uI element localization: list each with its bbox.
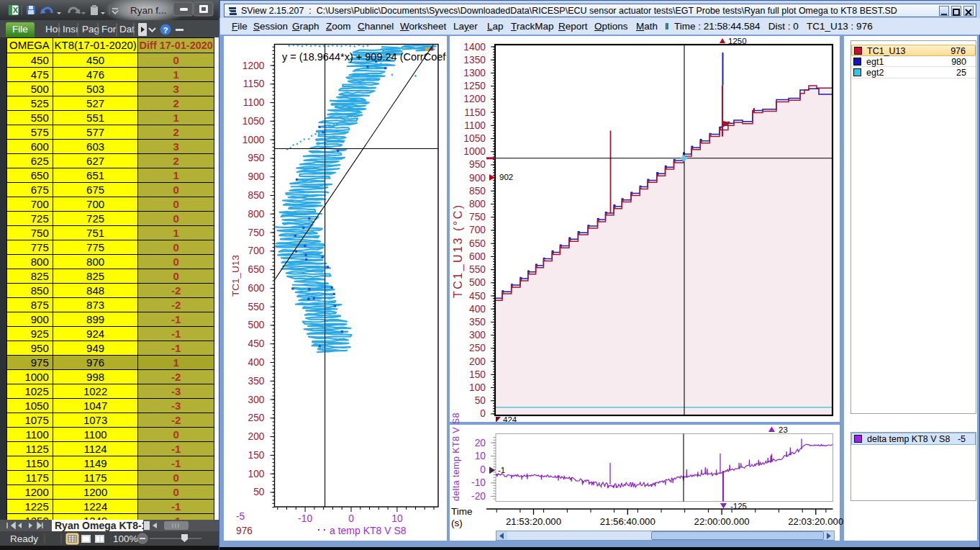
- svg-text:550: 550: [248, 302, 264, 312]
- svg-text:800: 800: [469, 199, 486, 209]
- svg-text:976: 976: [236, 526, 253, 536]
- svg-text:350: 350: [248, 376, 264, 387]
- svg-text:Time: Time: [451, 506, 473, 517]
- svg-text:900: 900: [469, 173, 486, 184]
- svg-text:350: 350: [469, 317, 486, 328]
- svg-text:File: File: [12, 24, 28, 35]
- svg-text:150: 150: [248, 450, 264, 461]
- svg-text:1150: 1150: [464, 107, 486, 118]
- svg-text:100%: 100%: [113, 533, 138, 544]
- svg-text:424: 424: [503, 415, 517, 422]
- svg-text:1100: 1100: [464, 120, 486, 131]
- svg-text:700: 700: [248, 245, 264, 256]
- svg-text:22:03:20.000: 22:03:20.000: [788, 516, 843, 527]
- svg-text:Pag: Pag: [82, 24, 99, 35]
- svg-text:1250: 1250: [728, 37, 747, 45]
- svg-text:900: 900: [248, 171, 264, 182]
- svg-text:1000: 1000: [242, 135, 265, 145]
- svg-text:1050: 1050: [463, 133, 486, 144]
- svg-text:1250: 1250: [463, 81, 486, 91]
- svg-text:21:56:40.000: 21:56:40.000: [600, 516, 655, 527]
- svg-text:50: 50: [475, 395, 486, 406]
- svg-text:750: 750: [469, 212, 486, 222]
- svg-text:250: 250: [469, 343, 486, 353]
- svg-text:1300: 1300: [463, 68, 486, 78]
- svg-text:400: 400: [469, 304, 486, 315]
- svg-text:450: 450: [469, 291, 486, 302]
- svg-text:0: 0: [348, 513, 354, 524]
- svg-text:10: 10: [391, 513, 403, 524]
- svg-text:1200: 1200: [242, 60, 265, 71]
- svg-text:200: 200: [248, 431, 264, 442]
- svg-text:902: 902: [499, 173, 513, 181]
- svg-text:23: 23: [779, 425, 788, 434]
- svg-text:Ready: Ready: [10, 533, 38, 544]
- svg-text:1100: 1100: [243, 97, 265, 108]
- svg-text:-1: -1: [498, 466, 505, 474]
- svg-text:Insı: Insı: [63, 24, 78, 35]
- svg-text:1150: 1150: [243, 78, 265, 89]
- svg-text:200: 200: [469, 356, 486, 367]
- svg-text:300: 300: [248, 395, 264, 405]
- svg-text:1200: 1200: [463, 94, 486, 104]
- svg-text:800: 800: [248, 209, 264, 220]
- svg-text:100: 100: [469, 382, 486, 393]
- svg-text:1050: 1050: [242, 116, 265, 127]
- svg-text:750: 750: [248, 227, 264, 238]
- svg-text:(s): (s): [451, 518, 463, 528]
- svg-text:-10: -10: [471, 477, 486, 488]
- svg-text:Ryan Omega KT8-1: Ryan Omega KT8-1: [55, 520, 148, 531]
- svg-text:850: 850: [248, 190, 264, 201]
- svg-text:100: 100: [248, 469, 264, 479]
- svg-text:Hoı: Hoı: [45, 24, 60, 35]
- svg-text:0: 0: [480, 464, 486, 475]
- svg-text:1400: 1400: [463, 42, 486, 53]
- svg-text:22:00:00.000: 22:00:00.000: [694, 516, 750, 527]
- svg-text:For: For: [101, 24, 117, 35]
- svg-text:?: ?: [163, 26, 168, 35]
- svg-text:-20: -20: [471, 491, 486, 502]
- svg-text:600: 600: [248, 283, 264, 294]
- svg-text:950: 950: [248, 153, 264, 163]
- svg-text:1350: 1350: [463, 55, 486, 66]
- svg-text:950: 950: [469, 159, 486, 170]
- svg-text:21:53:20.000: 21:53:20.000: [506, 516, 561, 527]
- svg-text:250: 250: [248, 412, 264, 423]
- svg-text:500: 500: [469, 277, 486, 288]
- svg-text:20: 20: [475, 438, 486, 448]
- svg-text:400: 400: [248, 357, 264, 368]
- svg-text:X: X: [13, 6, 19, 14]
- svg-text:700: 700: [469, 225, 486, 235]
- svg-text:300: 300: [469, 330, 486, 341]
- svg-text:450: 450: [248, 338, 264, 349]
- svg-text:Dat: Dat: [119, 24, 135, 35]
- svg-text:y = (18.9644*x) + 909.24 (Cor: y = (18.9644*x) + 909.24 (CorrCoeff :: [282, 51, 446, 63]
- svg-text:850: 850: [469, 186, 486, 197]
- svg-text:500: 500: [248, 320, 264, 330]
- svg-text:150: 150: [469, 369, 486, 380]
- svg-text:0: 0: [480, 408, 486, 419]
- svg-text:650: 650: [248, 264, 264, 275]
- svg-text:-10: -10: [298, 513, 312, 524]
- svg-text:1000: 1000: [463, 146, 486, 157]
- svg-text:650: 650: [469, 238, 486, 249]
- svg-text:-5: -5: [236, 511, 245, 522]
- svg-text:a temp KT8 V S8: a temp KT8 V S8: [330, 525, 407, 536]
- svg-text:550: 550: [469, 264, 486, 275]
- svg-text:50: 50: [253, 487, 265, 497]
- svg-text:600: 600: [469, 251, 486, 262]
- svg-text:Ryan f...: Ryan f...: [130, 5, 166, 16]
- svg-text:10: 10: [475, 451, 486, 461]
